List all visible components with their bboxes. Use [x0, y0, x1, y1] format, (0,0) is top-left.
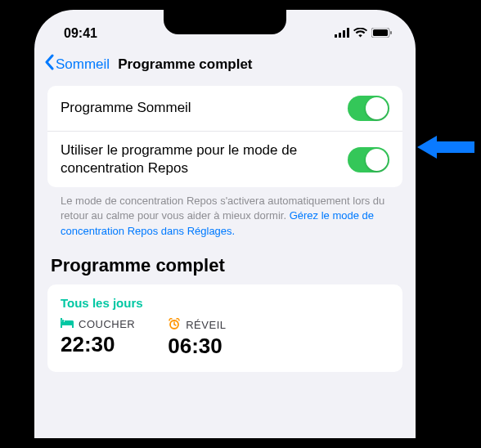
nav-bar: Sommeil Programme complet [34, 46, 416, 86]
alarm-icon [168, 318, 181, 332]
bed-icon [61, 318, 74, 330]
wifi-icon [353, 26, 367, 41]
settings-card: Programme Sommeil Utiliser le programme … [47, 86, 402, 187]
cellular-icon [335, 26, 349, 41]
svg-rect-3 [347, 28, 349, 38]
chevron-left-icon [44, 54, 54, 74]
annotation-arrow [417, 132, 474, 165]
notch [164, 10, 286, 34]
wake-value: 06:30 [168, 334, 226, 359]
back-button[interactable]: Sommeil [44, 54, 110, 74]
use-focus-label: Utiliser le programme pour le mode de co… [61, 141, 348, 177]
use-focus-row: Utiliser le programme pour le mode de co… [47, 131, 402, 187]
sleep-program-toggle[interactable] [348, 96, 389, 121]
svg-rect-1 [339, 33, 341, 38]
back-label: Sommeil [56, 56, 110, 73]
bedtime-label: COUCHER [79, 318, 135, 330]
footer-text: Le mode de concentration Repos s'activer… [47, 187, 402, 239]
status-time: 09:41 [64, 26, 97, 41]
svg-rect-5 [373, 29, 388, 36]
battery-icon [371, 26, 393, 41]
sleep-program-row: Programme Sommeil [47, 86, 402, 131]
page-title: Programme complet [118, 56, 252, 73]
phone-frame: 09:41 Sommeil Programme complet [25, 0, 425, 448]
section-title: Programme complet [47, 239, 402, 284]
schedule-days: Tous les jours [61, 296, 389, 310]
svg-rect-0 [335, 34, 337, 38]
toggle-knob [366, 149, 388, 171]
schedule-card[interactable]: Tous les jours COUCHER 22:30 [47, 284, 402, 372]
power-button [425, 164, 429, 229]
use-focus-toggle[interactable] [348, 147, 389, 172]
sleep-program-label: Programme Sommeil [61, 99, 348, 117]
wake-column: RÉVEIL 06:30 [168, 318, 226, 359]
status-indicators [335, 26, 393, 41]
bedtime-value: 22:30 [61, 332, 135, 357]
svg-rect-6 [390, 31, 392, 34]
phone-screen: 09:41 Sommeil Programme complet [34, 10, 416, 438]
svg-rect-2 [343, 30, 345, 38]
bedtime-column: COUCHER 22:30 [61, 318, 135, 359]
wake-label: RÉVEIL [186, 319, 226, 331]
toggle-knob [366, 97, 388, 119]
